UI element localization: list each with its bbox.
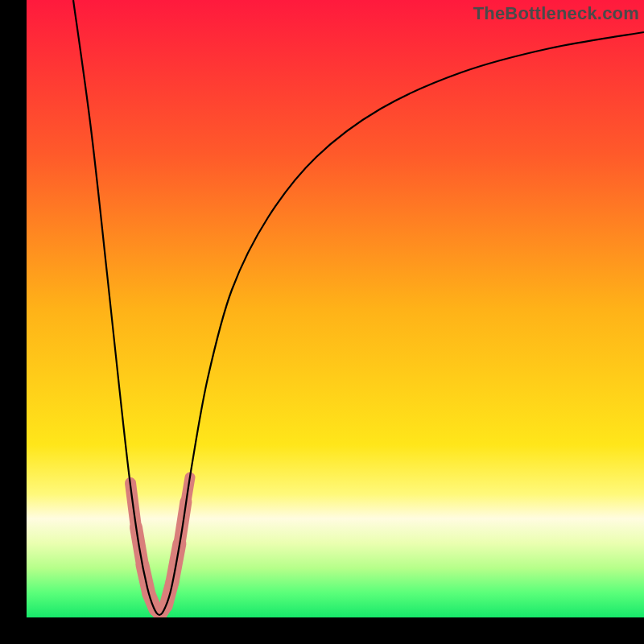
outer-frame: TheBottleneck.com [0,0,644,644]
bottleneck-curve [73,0,644,615]
plot-area: TheBottleneck.com [27,0,644,617]
chart-svg [27,0,644,617]
